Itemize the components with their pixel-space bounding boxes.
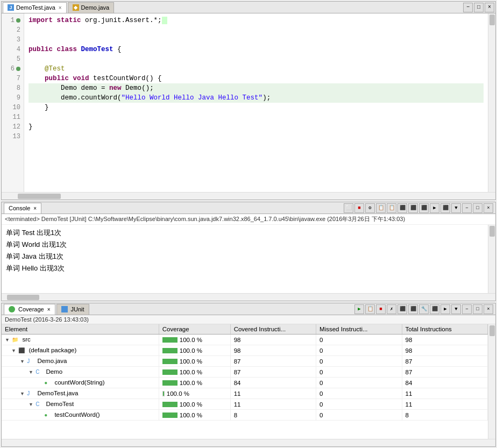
console-terminate-btn[interactable]: ■ <box>354 203 364 213</box>
cov-maximize[interactable]: □ <box>473 304 482 314</box>
expand-icon[interactable]: ▼ <box>29 402 34 407</box>
console-btn8[interactable]: ⬛ <box>419 203 429 213</box>
table-row: ▼ ⬛ (default package) 100.0 % 98 0 98 <box>2 345 488 356</box>
cov-btn6[interactable]: ⬛ <box>408 304 418 314</box>
console-btn4[interactable]: 📋 <box>376 203 386 213</box>
coverage-scrollbar-h[interactable] <box>2 439 495 446</box>
expand-icon[interactable]: ▼ <box>29 369 34 375</box>
editor-scroll-thumb[interactable] <box>489 15 495 25</box>
ln-7: 7 <box>4 74 20 83</box>
console-scroll-thumb[interactable] <box>489 226 495 237</box>
editor-close-btn[interactable]: × <box>485 3 494 12</box>
code-line-9: demo.countWord("Hello World Hello Java H… <box>29 93 484 103</box>
code-area[interactable]: import static org.junit.Assert.*; public… <box>24 13 488 192</box>
console-minimize[interactable]: − <box>462 203 472 213</box>
cov-btn10[interactable]: ▼ <box>451 304 461 314</box>
console-btn10[interactable]: ⬛ <box>441 203 450 213</box>
editor-body: 1 2 3 4 5 6 7 8 9 10 11 12 13 import sta… <box>2 13 495 192</box>
console-btn3[interactable]: ⚙ <box>365 203 375 213</box>
cov-btn5[interactable]: ⬛ <box>397 304 407 314</box>
table-row: ▼ J DemoTest.java 100.0 % 11 0 11 <box>2 388 488 399</box>
coverage-toolbar: ▶ 📋 ■ ✗ ⬛ ⬛ 🔧 ⬛ ▶ ▼ − □ × <box>354 304 493 314</box>
code-line-10: } <box>29 103 484 112</box>
console-btn5[interactable]: 📋 <box>387 203 396 213</box>
console-container: Console × ⬜ ■ ⚙ 📋 📋 ⬛ ⬛ ⬛ ▶ ⬛ ▼ − □ × <box>1 202 496 301</box>
console-clear-btn[interactable]: ⬜ <box>344 203 353 213</box>
java-icon2: J <box>27 390 34 397</box>
code-line-7: public void testCountWord() { <box>29 74 484 83</box>
console-maximize[interactable]: □ <box>473 203 482 213</box>
cov-btn7[interactable]: 🔧 <box>419 304 429 314</box>
coverage-table[interactable]: Element Coverage Covered Instructi... Mi… <box>2 324 488 439</box>
cov-minimize[interactable]: − <box>462 304 472 314</box>
code-line-1: import static org.junit.Assert.*; <box>29 16 484 25</box>
junit-tab-label: JUnit <box>71 306 84 312</box>
expand-icon[interactable]: ▼ <box>20 359 25 364</box>
tab-demo-label: Demo.java <box>81 4 110 11</box>
tab-demotest-close[interactable]: × <box>59 5 62 11</box>
code-line-4: public class DemoTest { <box>29 45 484 54</box>
coverage-data-table: Element Coverage Covered Instructi... Mi… <box>2 324 488 421</box>
console-scrollbar-h[interactable] <box>2 293 495 301</box>
table-row: ▼ C DemoTest 100.0 % 11 0 11 <box>2 399 488 410</box>
console-body: 单词 Test 出现1次 单词 World 出现1次 单词 Java 出现1次 … <box>2 225 495 293</box>
coverage-scrollbar-v[interactable] <box>488 324 495 439</box>
console-scroll-h-thumb[interactable] <box>7 295 39 300</box>
coverage-bar <box>162 413 178 418</box>
cov-btn1[interactable]: ▶ <box>354 304 364 314</box>
tab-demo-java[interactable]: ◆ Demo.java <box>68 2 115 13</box>
console-btn6[interactable]: ⬛ <box>397 203 407 213</box>
console-tab-close[interactable]: × <box>33 205 37 211</box>
editor-maximize-btn[interactable]: □ <box>474 3 484 12</box>
element-label: Demo.java <box>37 358 67 364</box>
ln-13: 13 <box>4 132 20 141</box>
expand-icon[interactable]: ▼ <box>20 391 25 396</box>
table-row: ▶ ● countWord(String) 100.0 % 84 0 84 <box>2 378 488 388</box>
console-close[interactable]: × <box>484 203 493 213</box>
tab-coverage[interactable]: Coverage × <box>4 304 55 315</box>
console-btn11[interactable]: ▼ <box>451 203 461 213</box>
tab-console[interactable]: Console × <box>4 203 41 214</box>
cov-btn2[interactable]: 📋 <box>365 304 375 314</box>
coverage-tab-close[interactable]: × <box>47 307 51 312</box>
element-label: DemoTest <box>46 401 74 407</box>
method-icon: ● <box>44 380 52 386</box>
expand-icon[interactable]: ▼ <box>5 337 10 343</box>
cov-btn9[interactable]: ▶ <box>441 304 450 314</box>
editor-minimize-btn[interactable]: − <box>463 3 473 12</box>
editor-scroll-h-thumb[interactable] <box>18 194 61 199</box>
console-btn9[interactable]: ▶ <box>430 203 439 213</box>
editor-scrollbar-v[interactable] <box>488 13 495 192</box>
expand-icon[interactable]: ▼ <box>11 348 17 353</box>
table-header-row: Element Coverage Covered Instructi... Mi… <box>2 324 488 335</box>
code-line-11 <box>29 112 484 122</box>
table-row: ▶ ● testCountWord() 100.0 % 8 0 8 <box>2 410 488 421</box>
coverage-scroll-thumb[interactable] <box>489 325 495 336</box>
covered-cell: 8 <box>230 410 316 421</box>
tab-demotest-java[interactable]: J DemoTest.java × <box>3 2 67 13</box>
console-scrollbar-v[interactable] <box>488 225 495 293</box>
console-btn7[interactable]: ⬛ <box>408 203 418 213</box>
coverage-tabs: Coverage × JUnit <box>4 304 89 315</box>
cov-close[interactable]: × <box>484 304 493 314</box>
java-file-icon: J <box>8 4 14 11</box>
table-row: ▼ 📁 src 100.0 % 98 0 98 <box>2 335 488 345</box>
editor-scrollbar-h[interactable] <box>2 192 495 200</box>
cov-btn8[interactable]: ⬛ <box>430 304 439 314</box>
ln-3: 3 <box>4 35 20 45</box>
cov-btn3[interactable]: ■ <box>376 304 386 314</box>
tab-demotest-label: DemoTest.java <box>16 4 55 11</box>
cov-btn4[interactable]: ✗ <box>387 304 396 314</box>
covered-cell: 98 <box>230 335 316 345</box>
element-label: (default package) <box>29 347 76 353</box>
code-line-13 <box>29 132 484 141</box>
element-cell: ▶ ● countWord(String) <box>2 378 159 388</box>
col-missed: Missed Instructi... <box>316 324 402 335</box>
console-output[interactable]: 单词 Test 出现1次 单词 World 出现1次 单词 Java 出现1次 … <box>2 225 488 293</box>
editor-tab-bar: J DemoTest.java × ◆ Demo.java − □ × <box>2 2 495 13</box>
code-line-5 <box>29 54 484 64</box>
element-label: Demo <box>46 368 62 375</box>
tab-junit[interactable]: JUnit <box>56 304 89 315</box>
ln-11: 11 <box>4 112 20 122</box>
element-label: testCountWord() <box>54 411 100 418</box>
